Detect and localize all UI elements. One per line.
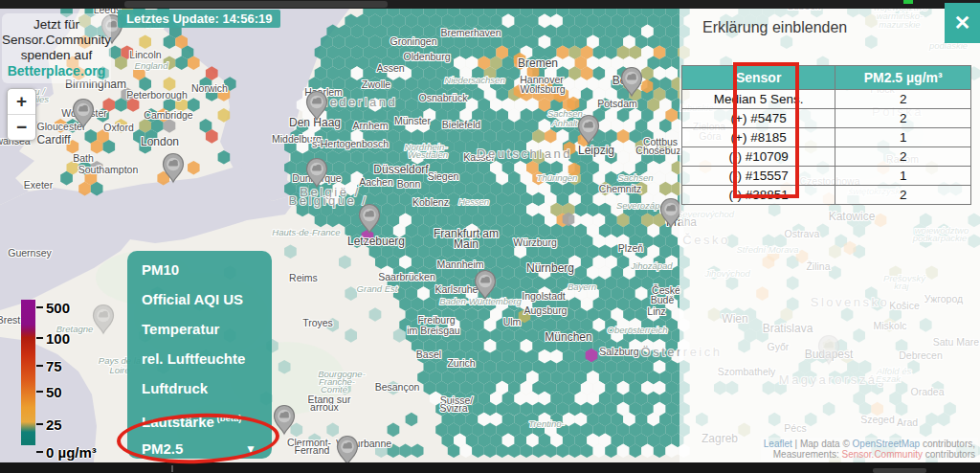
map-label: Wolfsburg bbox=[520, 83, 565, 95]
table-row: (+) #81851 bbox=[682, 128, 971, 147]
map-label: Salzburg bbox=[599, 346, 639, 357]
sensor-table: Sensor PM2.5 µg/m³ Median 5 Sens.2(+) #5… bbox=[681, 65, 971, 205]
map-label: Koblenz bbox=[412, 196, 449, 208]
map-label: Osnabrück bbox=[419, 92, 469, 103]
legend-tick-label: 75 bbox=[46, 358, 62, 374]
table-row: (-) #155571 bbox=[682, 167, 971, 186]
donation-line: spenden auf bbox=[2, 48, 111, 63]
beta-tag: (beta) bbox=[214, 413, 242, 423]
column-header-pm25: PM2.5 µg/m³ bbox=[835, 66, 971, 90]
map-label: Peterborough bbox=[126, 89, 188, 101]
table-cell: (+) #5475 bbox=[682, 109, 835, 128]
map-label: arroux bbox=[310, 401, 340, 413]
map-label: Den Haag bbox=[289, 116, 341, 129]
menu-item-lautst-rke[interactable]: Lautstärke (beta) bbox=[127, 403, 272, 433]
legend-tick bbox=[36, 391, 43, 393]
sensor-community-map-app: { "donation": {"lines": ["Jetzt für", "S… bbox=[0, 0, 980, 473]
map-label: Westfalen bbox=[408, 149, 448, 160]
attribution-line1: Leaflet | Map data © OpenStreetMap contr… bbox=[764, 439, 975, 449]
attribution-text: contributors bbox=[923, 449, 975, 460]
menu-item-luftdruck[interactable]: Luftdruck bbox=[127, 373, 272, 403]
map-label: Nederland bbox=[319, 95, 398, 109]
table-cell: Median 5 Sens. bbox=[682, 90, 835, 109]
map-label: Trentino- bbox=[528, 418, 564, 429]
map-label: Leipzig bbox=[578, 144, 614, 157]
map-label: Belgique / bbox=[289, 193, 368, 208]
map-label: Nürnberg bbox=[526, 261, 574, 275]
osm-link[interactable]: OpenStreetMap bbox=[853, 439, 921, 449]
map-label: Plzeň bbox=[618, 242, 643, 254]
attribution-line2: Measurements: Sensor.Community contribut… bbox=[764, 449, 975, 460]
map-label: Hauts-de-France bbox=[272, 227, 340, 237]
table-cell: (-) #10709 bbox=[682, 147, 835, 167]
betterplace-link[interactable]: Betterplace.org bbox=[2, 63, 111, 79]
table-row: (-) #107092 bbox=[682, 147, 971, 167]
table-cell: 2 bbox=[835, 186, 971, 205]
legend-tick bbox=[36, 451, 43, 453]
color-scale-legend: 5001007550250 µg/m³ bbox=[0, 292, 124, 455]
column-header-sensor: Sensor bbox=[682, 66, 835, 90]
map-label: Saarbrücken bbox=[378, 271, 435, 282]
map-label: Cambridge bbox=[144, 109, 193, 121]
map-label: Zwolle bbox=[362, 79, 391, 90]
map-label: Anhalt bbox=[551, 118, 578, 128]
leaflet-link[interactable]: Leaflet bbox=[764, 439, 792, 449]
map-label: Thüringen bbox=[537, 172, 578, 183]
map-label: Groningen bbox=[390, 35, 436, 47]
map-label: Lincoln bbox=[129, 49, 161, 60]
map-label: Basel bbox=[416, 349, 441, 360]
sensor-cluster-marker-icon[interactable] bbox=[338, 437, 358, 465]
legend-gradient-bar bbox=[21, 300, 35, 445]
legend-tick-label: 500 bbox=[46, 300, 70, 316]
map-label: 's-Hertogenbosch bbox=[310, 138, 389, 149]
map-label: Assen bbox=[376, 62, 404, 74]
map-label: Bielefeld bbox=[442, 119, 480, 130]
map-label: Arnhem bbox=[353, 120, 389, 131]
map-label: Ferrand bbox=[295, 444, 330, 456]
map-label: Svizra bbox=[439, 402, 467, 414]
map-label: Hessen bbox=[458, 196, 489, 207]
last-update-badge: Letztes Update: 14:56:19 bbox=[118, 10, 280, 28]
map-label: Grand Est bbox=[357, 283, 398, 294]
menu-item-rel-luftfeuchte[interactable]: rel. Luftfeuchte bbox=[127, 344, 272, 373]
browser-top-bar bbox=[0, 0, 980, 9]
menu-item-pm25-selected[interactable]: PM2.5 ▼ bbox=[127, 433, 272, 464]
zoom-in-button[interactable]: + bbox=[8, 89, 35, 114]
map-label: Budě bbox=[651, 294, 675, 305]
legend-tick-label: 0 µg/m³ bbox=[46, 444, 97, 461]
map-attribution: Leaflet | Map data © OpenStreetMap contr… bbox=[761, 438, 978, 461]
map-label: Main bbox=[454, 237, 479, 251]
table-row: (+) #54752 bbox=[682, 109, 971, 128]
map-label: Niedersachsen bbox=[444, 75, 504, 85]
close-icon[interactable]: ✕ bbox=[945, 3, 980, 43]
menu-item-official-aqi-us[interactable]: Official AQI US bbox=[127, 284, 272, 314]
zoom-out-button[interactable]: − bbox=[8, 115, 35, 140]
table-cell: (-) #38851 bbox=[682, 186, 835, 205]
map-label: Bremen bbox=[518, 56, 558, 70]
sensor-community-link[interactable]: Sensor.Community bbox=[841, 449, 922, 460]
map-label: im Breisgau bbox=[407, 325, 460, 336]
map-label: Norwich bbox=[191, 82, 228, 94]
map-label: Ingolstadt bbox=[522, 290, 566, 302]
map-label: Oxford bbox=[103, 122, 134, 133]
map-label: Düsseldorf bbox=[373, 163, 429, 176]
map-label: Bremerhaven bbox=[440, 27, 501, 38]
legend-tick bbox=[36, 337, 43, 339]
map-label: München bbox=[545, 330, 591, 344]
panel-title[interactable]: Erklärung einblenden bbox=[702, 19, 847, 36]
map-label: Cardiff bbox=[36, 133, 71, 146]
map-label: Oberösterreich bbox=[608, 325, 668, 335]
legend-tick-label: 50 bbox=[46, 384, 62, 400]
menu-item-temperatur[interactable]: Temperatur bbox=[127, 314, 272, 344]
map-label: Bath bbox=[73, 152, 94, 164]
layer-menu: PM10Official AQI USTemperaturrel. Luftfe… bbox=[127, 251, 272, 459]
divider bbox=[171, 465, 173, 472]
green-indicator bbox=[903, 0, 913, 4]
map-label: Karlsruhe bbox=[435, 283, 479, 295]
menu-item-pm10[interactable]: PM10 bbox=[127, 255, 272, 284]
map-label: Zürich bbox=[447, 357, 475, 369]
table-cell: 2 bbox=[835, 109, 971, 128]
map-label: Troyes bbox=[302, 317, 333, 328]
table-cell: 1 bbox=[835, 128, 971, 147]
map-label: Würzburg bbox=[513, 236, 557, 248]
